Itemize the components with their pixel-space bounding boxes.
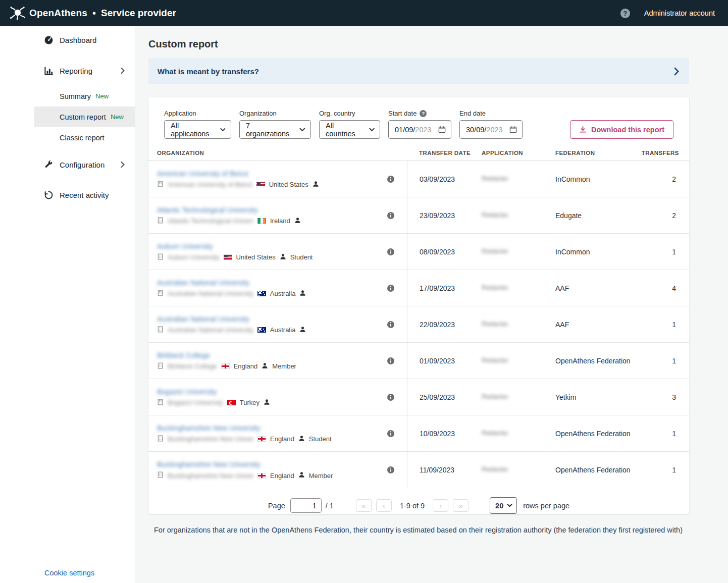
application-select[interactable]: All applications bbox=[164, 120, 231, 139]
organization-select[interactable]: 7 organizations bbox=[239, 120, 311, 139]
sidebar-item-recent-activity[interactable]: Recent activity bbox=[0, 181, 135, 209]
cookie-settings-link[interactable]: Cookie settings bbox=[44, 569, 94, 577]
transfers-count: 4 bbox=[636, 284, 679, 292]
country-name: England bbox=[270, 472, 294, 480]
table-row: Atlantic Technological University Atlant… bbox=[148, 197, 689, 234]
sidebar-item-configuration[interactable]: Configuration bbox=[0, 150, 135, 179]
calendar-icon[interactable] bbox=[509, 126, 517, 133]
start-date-filter: Start date ? 01/09/2023 bbox=[388, 110, 451, 139]
org-country-select[interactable]: All countries bbox=[319, 120, 380, 139]
role-label: Student bbox=[290, 253, 313, 261]
transfer-date: 03/09/2023 bbox=[407, 161, 482, 197]
table-row: Auburn University Auburn University Unit… bbox=[148, 234, 689, 270]
organization-link[interactable]: Australian National University bbox=[157, 315, 249, 323]
sidebar-item-label: Custom report bbox=[60, 113, 106, 121]
au-flag-icon bbox=[257, 291, 266, 296]
start-date-label: Start date bbox=[388, 110, 417, 117]
table-row: Birkbeck College Birkbeck College Englan… bbox=[148, 343, 689, 379]
ie-flag-icon bbox=[257, 218, 266, 224]
application-name: Redacted bbox=[482, 247, 508, 255]
organization-link[interactable]: American University of Beirut bbox=[157, 170, 248, 178]
table-row: Bogazici University Bogazici University … bbox=[148, 379, 689, 415]
page-number-input[interactable] bbox=[290, 498, 322, 513]
pagination: Page / 1 « ‹ 1-9 of 9 › » 20 rows per pa… bbox=[148, 497, 689, 514]
sidebar-item-custom-report[interactable]: Custom report New bbox=[34, 107, 135, 127]
brand-separator: • bbox=[92, 8, 96, 19]
organization-link[interactable]: Australian National University bbox=[157, 279, 249, 287]
federation-name: InCommon bbox=[555, 175, 636, 183]
organization-link[interactable]: Buckinghamshire New University bbox=[157, 460, 261, 468]
info-icon[interactable] bbox=[387, 248, 395, 256]
organization-link[interactable]: Buckinghamshire New University bbox=[157, 424, 261, 432]
info-icon[interactable] bbox=[387, 211, 395, 220]
sidebar-item-dashboard[interactable]: Dashboard bbox=[0, 28, 135, 51]
organization-filter: Organization 7 organizations bbox=[239, 110, 311, 139]
building-icon bbox=[157, 399, 164, 407]
info-icon[interactable] bbox=[387, 175, 395, 183]
federation-name: OpenAthens Federation bbox=[555, 430, 636, 438]
reporting-sub-menu: Summary New Custom report New Classic re… bbox=[0, 86, 135, 148]
transfer-date: 01/09/2023 bbox=[407, 343, 482, 379]
info-icon[interactable] bbox=[387, 393, 395, 401]
bar-chart-icon bbox=[43, 66, 54, 76]
next-page-button[interactable]: › bbox=[433, 499, 448, 512]
transfers-info-banner[interactable]: What is meant by transfers? bbox=[148, 58, 689, 84]
info-icon[interactable] bbox=[387, 430, 395, 438]
filters-bar: Application All applications Organizatio… bbox=[148, 110, 689, 139]
table-row: American University of Beirut American U… bbox=[148, 161, 689, 197]
end-date-input[interactable]: 30/09/2023 bbox=[459, 120, 523, 139]
download-report-button[interactable]: Download this report bbox=[570, 120, 673, 139]
help-icon[interactable]: ? bbox=[620, 9, 630, 18]
chevron-down-icon bbox=[369, 128, 375, 132]
organization-link[interactable]: Bogazici University bbox=[157, 388, 217, 396]
organization-link[interactable]: Auburn University bbox=[157, 242, 213, 250]
transfer-date: 25/09/2023 bbox=[407, 379, 482, 415]
end-date-filter: End date 30/09/2023 bbox=[459, 110, 523, 139]
federation-name: OpenAthens Federation bbox=[555, 466, 636, 474]
page-total: / 1 bbox=[326, 502, 334, 510]
info-icon[interactable] bbox=[387, 321, 395, 329]
info-icon[interactable] bbox=[387, 466, 395, 474]
application-name: Redacted bbox=[482, 320, 508, 328]
organization-link[interactable]: Birkbeck College bbox=[157, 351, 210, 359]
en-flag-icon bbox=[257, 473, 266, 479]
page-range: 1-9 of 9 bbox=[400, 502, 425, 510]
column-header-transfer-date: TRANSFER DATE bbox=[407, 150, 482, 156]
calendar-icon[interactable] bbox=[438, 126, 446, 133]
federation-name: AAF bbox=[555, 321, 636, 329]
info-icon[interactable] bbox=[387, 284, 395, 292]
chevron-right-icon bbox=[121, 162, 125, 168]
org-country-filter: Org. country All countries bbox=[319, 110, 380, 139]
column-header-federation: FEDERATION bbox=[555, 150, 636, 156]
start-date-input[interactable]: 01/09/2023 bbox=[388, 120, 451, 139]
main-content: Custom report What is meant by transfers… bbox=[135, 26, 728, 583]
sidebar-item-label: Classic report bbox=[60, 134, 105, 142]
sidebar-item-label: Summary bbox=[60, 92, 91, 100]
page-label: Page bbox=[268, 502, 285, 510]
table-header: ORGANIZATION TRANSFER DATE APPLICATION F… bbox=[148, 150, 689, 161]
person-icon bbox=[280, 253, 286, 261]
role-label: Member bbox=[272, 362, 296, 370]
sidebar-item-reporting[interactable]: Reporting bbox=[0, 57, 135, 85]
transfers-count: 1 bbox=[636, 248, 679, 256]
help-icon[interactable]: ? bbox=[420, 110, 427, 117]
history-icon bbox=[43, 190, 54, 200]
rows-per-page-select[interactable]: 20 bbox=[490, 497, 517, 514]
rows-per-page-label: rows per page bbox=[523, 502, 569, 510]
country-name: England bbox=[270, 435, 294, 443]
person-icon bbox=[299, 326, 306, 334]
first-page-button[interactable]: « bbox=[356, 499, 372, 512]
prev-page-button[interactable]: ‹ bbox=[376, 499, 392, 512]
federation-name: OpenAthens Federation bbox=[555, 357, 636, 365]
transfer-date: 11/09/2023 bbox=[407, 452, 482, 488]
new-badge: New bbox=[111, 113, 124, 121]
info-icon[interactable] bbox=[387, 357, 395, 365]
sidebar-item-summary[interactable]: Summary New bbox=[34, 86, 135, 107]
sidebar-item-label: Dashboard bbox=[60, 36, 96, 44]
account-menu[interactable]: Administrator account bbox=[644, 9, 715, 17]
application-name: Redacted bbox=[482, 211, 508, 219]
sidebar-item-classic-report[interactable]: Classic report bbox=[34, 127, 135, 148]
last-page-button[interactable]: » bbox=[453, 499, 469, 512]
building-icon bbox=[157, 471, 164, 480]
organization-link[interactable]: Atlantic Technological University bbox=[157, 206, 258, 214]
